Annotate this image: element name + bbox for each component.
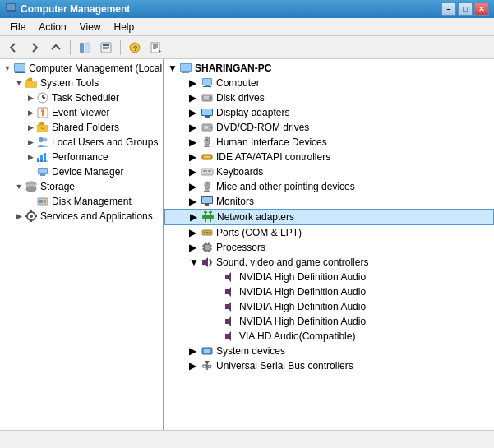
right-item-nvidia4[interactable]: NVIDIA High Definition Audio — [164, 314, 494, 329]
export-button[interactable] — [146, 39, 166, 57]
svg-rect-74 — [203, 170, 205, 172]
title-bar-title: Computer Management — [21, 3, 130, 15]
tree-item-systemtools[interactable]: ▼ System Tools — [0, 76, 163, 90]
tree-item-sharedfolders[interactable]: ▶ ⤷ Shared Folders — [0, 120, 163, 135]
expand-soundvideo[interactable]: ▼ — [189, 256, 201, 268]
expand-monitors[interactable]: ▶ — [189, 196, 201, 207]
expand-networkadapters[interactable]: ▶ — [190, 211, 201, 223]
tree-item-devicemanager[interactable]: Device Manager — [0, 164, 163, 179]
svg-point-97 — [209, 232, 210, 233]
right-item-nvidia3[interactable]: NVIDIA High Definition Audio — [164, 299, 494, 314]
right-item-displayadapters[interactable]: ▶ Display adapters — [164, 105, 494, 120]
tree-item-servicesapps[interactable]: ▶ Services and Applications — [0, 209, 163, 224]
tree-item-performance[interactable]: ▶ Performance — [0, 150, 163, 164]
expand-root[interactable]: ▼ — [2, 62, 13, 74]
right-item-mice[interactable]: ▶ Mice and other pointing devices — [164, 179, 494, 194]
right-item-usb[interactable]: ▶ Universal Serial Bus controllers — [164, 358, 494, 373]
right-item-ports[interactable]: ▶ Ports (COM & LPT) — [164, 225, 494, 240]
expand-systemdevices[interactable]: ▶ — [189, 345, 201, 357]
right-item-monitors[interactable]: ▶ Monitors — [164, 194, 494, 209]
label-viahd: VIA HD Audio(Compatible) — [239, 330, 355, 342]
menu-view[interactable]: View — [73, 18, 108, 35]
svg-point-64 — [210, 127, 213, 129]
right-item-systemdevices[interactable]: ▶ System devices — [164, 344, 494, 358]
svg-rect-20 — [25, 81, 37, 88]
svg-rect-67 — [205, 137, 210, 145]
right-item-nvidia1[interactable]: NVIDIA High Definition Audio — [164, 270, 494, 284]
tree-item-root[interactable]: ▼ Computer Management (Local — [0, 61, 163, 76]
expand-pc[interactable]: ▼ — [168, 62, 179, 74]
right-item-keyboards[interactable]: ▶ Keyboards — [164, 164, 494, 179]
expand-taskscheduler[interactable]: ▶ — [25, 92, 36, 104]
svg-rect-51 — [181, 64, 191, 71]
taskscheduler-icon — [36, 91, 49, 104]
expand-systemtools[interactable]: ▼ — [13, 77, 25, 89]
back-button[interactable] — [3, 39, 23, 57]
svg-rect-26 — [42, 113, 44, 116]
tree-label-servicesapps: Services and Applications — [40, 210, 153, 222]
right-item-diskdrives[interactable]: ▶ Disk drives — [164, 90, 494, 105]
expand-sharedfolders[interactable]: ▶ — [25, 122, 36, 133]
menu-help[interactable]: Help — [108, 18, 141, 35]
expand-ports[interactable]: ▶ — [189, 227, 201, 238]
title-bar-buttons: – □ ✕ — [441, 2, 489, 16]
minimize-button[interactable]: – — [441, 2, 456, 16]
systemdevices-icon — [201, 344, 214, 358]
close-button[interactable]: ✕ — [474, 2, 489, 16]
svg-text:⤷: ⤷ — [40, 125, 46, 132]
forward-button[interactable] — [25, 39, 44, 57]
expand-usb[interactable]: ▶ — [189, 360, 201, 372]
label-mice: Mice and other pointing devices — [216, 181, 355, 192]
help-button[interactable]: ? — [125, 39, 145, 57]
expand-processors[interactable]: ▶ — [189, 242, 201, 253]
expand-displayadapters[interactable]: ▶ — [189, 107, 201, 118]
expand-performance[interactable]: ▶ — [25, 151, 36, 163]
label-nvidia1: NVIDIA High Definition Audio — [239, 271, 366, 283]
svg-rect-91 — [209, 211, 212, 213]
nvidia2-icon — [224, 285, 237, 298]
right-item-viahd[interactable]: VIA HD Audio(Compatible) — [164, 329, 494, 344]
right-item-processors[interactable]: ▶ Processors — [164, 240, 494, 255]
right-item-computer[interactable]: ▶ Computer — [164, 76, 494, 90]
right-item-soundvideo[interactable]: ▼ Sound, video and game controllers — [164, 255, 494, 270]
up-button[interactable] — [46, 39, 66, 57]
expand-dvdcdrom[interactable]: ▶ — [189, 122, 201, 133]
menu-file[interactable]: File — [3, 18, 32, 35]
show-hide-button[interactable] — [75, 39, 95, 57]
svg-rect-1 — [7, 4, 15, 10]
tree-item-taskscheduler[interactable]: ▶ Task Scheduler — [0, 90, 163, 105]
expand-nvidia4 — [212, 316, 224, 327]
expand-diskdrives[interactable]: ▶ — [189, 92, 201, 104]
expand-ideata[interactable]: ▶ — [189, 151, 201, 163]
tree-item-eventviewer[interactable]: ▶ Event Viewer — [0, 105, 163, 120]
right-item-dvdcdrom[interactable]: ▶ DVD/CD-ROM drives — [164, 120, 494, 135]
right-item-nvidia2[interactable]: NVIDIA High Definition Audio — [164, 284, 494, 299]
svg-marker-109 — [225, 272, 231, 282]
processors-icon — [201, 241, 214, 254]
expand-localusers[interactable]: ▶ — [25, 136, 36, 148]
right-item-networkadapters[interactable]: ▶ Network adapters — [164, 209, 494, 225]
tree-item-localusers[interactable]: ▶ Local Users and Groups — [0, 135, 163, 150]
tree-label-sharedfolders: Shared Folders — [52, 122, 119, 133]
right-header-pc[interactable]: ▼ SHARINGAN-PC — [164, 61, 494, 76]
svg-rect-43 — [44, 200, 46, 203]
expand-humaninterface[interactable]: ▶ — [189, 136, 201, 148]
right-item-ideata[interactable]: ▶ IDE ATA/ATAPI controllers — [164, 150, 494, 164]
maximize-button[interactable]: □ — [458, 2, 473, 16]
expand-computer[interactable]: ▶ — [189, 77, 201, 89]
expand-mice[interactable]: ▶ — [189, 181, 201, 192]
expand-storage[interactable]: ▼ — [13, 181, 25, 192]
expand-servicesapps[interactable]: ▶ — [13, 210, 25, 222]
expand-eventviewer[interactable]: ▶ — [25, 107, 36, 118]
svg-rect-59 — [204, 96, 209, 99]
expand-keyboards[interactable]: ▶ — [189, 166, 201, 178]
properties-button[interactable] — [96, 39, 116, 57]
mice-icon — [201, 180, 214, 193]
menu-action[interactable]: Action — [32, 18, 72, 35]
right-item-humaninterface[interactable]: ▶ Human Interface Devices — [164, 135, 494, 150]
tree-label-systemtools: System Tools — [40, 77, 99, 89]
tree-item-diskmanagement[interactable]: Disk Management — [0, 194, 163, 209]
diskmanagement-icon — [36, 195, 49, 208]
svg-rect-90 — [204, 211, 207, 213]
tree-item-storage[interactable]: ▼ Storage — [0, 179, 163, 194]
